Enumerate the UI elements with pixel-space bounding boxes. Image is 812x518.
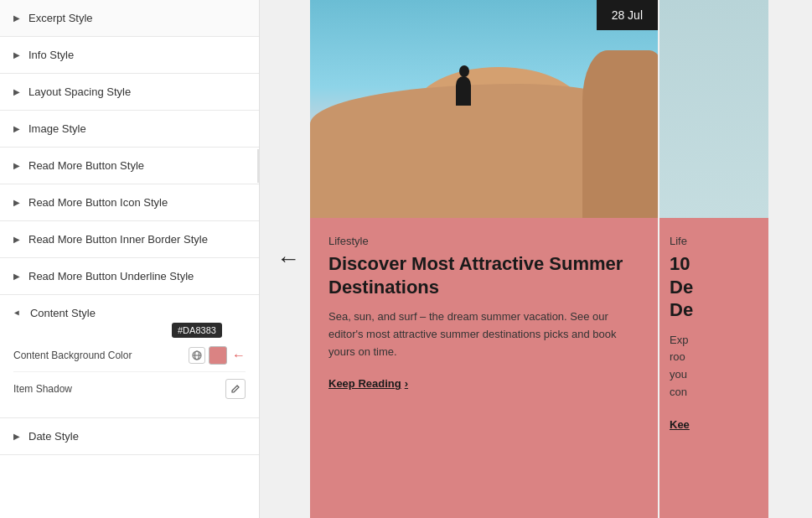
back-arrow-button[interactable]: ← xyxy=(277,246,300,272)
accordion-label-read-more-button-underline-style: Read More Button Underline Style xyxy=(28,270,194,282)
blog-card-2-partial: Life 10 De De Exp roo you con Kee xyxy=(659,0,768,518)
accordion-layout-spacing-style: ▶ Layout Spacing Style xyxy=(0,74,259,111)
accordion-label-content-style: Content Style xyxy=(30,307,96,319)
back-arrow-icon: ← xyxy=(277,246,300,272)
color-tooltip: #DA8383 xyxy=(172,323,222,338)
accordion-read-more-button-icon-style: ▶ Read More Button Icon Style xyxy=(0,184,259,221)
accordion-header-image-style[interactable]: ▶ Image Style xyxy=(0,111,259,147)
global-color-icon[interactable] xyxy=(189,347,205,364)
card-2-title-line-2: De xyxy=(670,276,758,299)
accordion-label-date-style: Date Style xyxy=(28,430,79,443)
accordion-header-read-more-button-style[interactable]: ▶ Read More Button Style xyxy=(0,148,259,184)
item-shadow-edit-button[interactable] xyxy=(225,379,246,399)
item-shadow-row: Item Shadow xyxy=(13,371,246,406)
accordion-date-style: ▶ Date Style xyxy=(0,418,259,455)
accordion-content-style: ▼ Content Style Content Background Color… xyxy=(0,295,259,418)
rock-right xyxy=(582,50,658,218)
card-2-excerpt-1: Exp xyxy=(670,332,758,350)
accordion-info-style: ▶ Info Style xyxy=(0,37,259,74)
card-2-body-partial: Life 10 De De Exp roo you con Kee xyxy=(659,218,768,518)
chevron-icon: ▶ xyxy=(13,432,20,441)
card-1-body: Lifestyle Discover Most Attractive Summe… xyxy=(310,218,658,518)
item-shadow-label: Item Shadow xyxy=(13,383,72,395)
card-1-read-more-link[interactable]: Keep Reading › xyxy=(328,377,408,390)
accordion-header-read-more-button-inner-border-style[interactable]: ▶ Read More Button Inner Border Style xyxy=(0,221,259,257)
accordion-header-read-more-button-underline-style[interactable]: ▶ Read More Button Underline Style xyxy=(0,258,259,294)
accordion-image-style: ▶ Image Style xyxy=(0,111,259,148)
accordion-header-layout-spacing-style[interactable]: ▶ Layout Spacing Style xyxy=(0,74,259,110)
chevron-icon: ▶ xyxy=(13,272,20,281)
card-1-date-badge: 28 Jul xyxy=(597,0,658,30)
accordion-content-body-content-style: Content Background Color #DA8383 ← xyxy=(0,331,259,417)
chevron-icon: ▶ xyxy=(13,161,20,170)
card-1-rock-scene xyxy=(310,0,658,218)
accordion-read-more-button-style: ▶ Read More Button Style ‹ xyxy=(0,148,259,184)
arrow-pointer-icon: ← xyxy=(232,348,246,363)
card-2-read-more-link-partial[interactable]: Kee xyxy=(670,418,690,431)
chevron-down-icon: ▼ xyxy=(13,309,22,318)
accordion-excerpt-style: ▶ Excerpt Style xyxy=(0,0,259,37)
accordion-label-excerpt-style: Excerpt Style xyxy=(28,12,93,24)
card-2-excerpt-2: roo xyxy=(670,349,758,366)
card-2-read-more-label-partial: Kee xyxy=(670,418,690,431)
card-2-title-partial: 10 De De xyxy=(670,252,758,322)
color-swatch-background[interactable] xyxy=(209,346,227,365)
accordion-header-excerpt-style[interactable]: ▶ Excerpt Style xyxy=(0,0,259,36)
accordion-label-layout-spacing-style: Layout Spacing Style xyxy=(28,85,131,98)
blog-card-1: 28 Jul Lifestyle Discover Most Attractiv… xyxy=(310,0,658,518)
accordion-label-image-style: Image Style xyxy=(28,122,86,135)
accordion-read-more-button-inner-border-style: ▶ Read More Button Inner Border Style xyxy=(0,221,259,258)
chevron-icon: ▶ xyxy=(13,124,20,133)
chevron-icon: ▶ xyxy=(13,87,20,96)
accordion-label-read-more-button-icon-style: Read More Button Icon Style xyxy=(28,196,168,209)
card-2-title-line-1: 10 xyxy=(670,252,758,276)
card-1-category: Lifestyle xyxy=(328,235,639,247)
chevron-icon: ▶ xyxy=(13,235,20,244)
accordion-label-info-style: Info Style xyxy=(28,49,74,61)
card-1-image: 28 Jul xyxy=(310,0,658,218)
card-2-image-partial xyxy=(659,0,768,218)
accordion-header-read-more-button-icon-style[interactable]: ▶ Read More Button Icon Style xyxy=(0,184,259,220)
card-2-category-partial: Life xyxy=(670,235,758,247)
person-silhouette xyxy=(456,76,471,106)
card-2-excerpt-4: con xyxy=(670,384,758,401)
color-swatch-wrap: #DA8383 ← xyxy=(189,346,246,365)
accordion-header-date-style[interactable]: ▶ Date Style xyxy=(0,418,259,454)
blog-cards-container: 28 Jul Lifestyle Discover Most Attractiv… xyxy=(260,0,812,518)
card-1-excerpt: Sea, sun, and surf – the dream summer va… xyxy=(328,308,639,360)
chevron-icon: ▶ xyxy=(13,13,20,23)
card-2-excerpt-partial: Exp roo you con xyxy=(670,332,758,401)
card-1-title: Discover Most Attractive Summer Destinat… xyxy=(328,252,639,298)
content-background-color-row: Content Background Color #DA8383 ← xyxy=(13,339,246,371)
chevron-icon: ▶ xyxy=(13,198,20,207)
card-2-title-line-3: De xyxy=(670,298,758,322)
accordion-label-read-more-button-inner-border-style: Read More Button Inner Border Style xyxy=(28,233,208,246)
card-1-read-more-arrow: › xyxy=(405,377,408,390)
accordion-header-info-style[interactable]: ▶ Info Style xyxy=(0,37,259,73)
card-2-excerpt-3: you xyxy=(670,366,758,384)
content-background-color-label: Content Background Color xyxy=(13,350,189,361)
chevron-icon: ▶ xyxy=(13,50,20,60)
accordion-read-more-button-underline-style: ▶ Read More Button Underline Style xyxy=(0,258,259,295)
card-1-read-more-label: Keep Reading xyxy=(328,377,401,390)
preview-panel: ← 28 Jul Lifestyle Discover Most Attract… xyxy=(260,0,812,518)
accordion-label-read-more-button-style: Read More Button Style xyxy=(28,159,144,172)
settings-panel: ▶ Excerpt Style ▶ Info Style ▶ Layout Sp… xyxy=(0,0,260,518)
